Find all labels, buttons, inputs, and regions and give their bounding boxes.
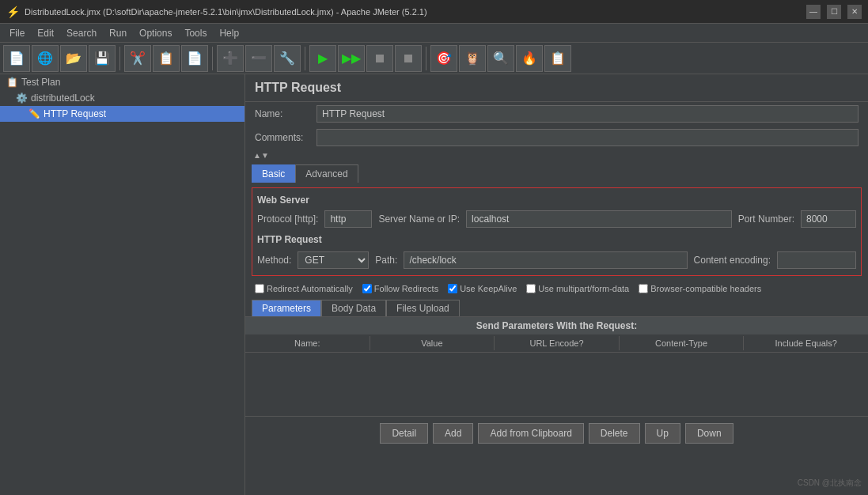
server-label: Server Name or IP: — [378, 213, 460, 225]
title-text: DistributedLock.jmx (D:\softDir\apache-j… — [25, 7, 806, 17]
toolbar-save[interactable]: 💾 — [89, 45, 116, 72]
menu-help[interactable]: Help — [213, 26, 245, 40]
path-label: Path: — [375, 255, 397, 266]
toolbar-log[interactable]: 🦉 — [459, 45, 486, 72]
comments-row: Comments: — [245, 126, 868, 149]
menu-tools[interactable]: Tools — [178, 26, 213, 40]
redirect-auto-checkbox[interactable]: Redirect Automatically — [255, 284, 353, 293]
toolbar-new[interactable]: 📄 — [3, 45, 30, 72]
browser-compat-input[interactable] — [639, 284, 648, 293]
toolbar-remove[interactable]: ➖ — [245, 45, 272, 72]
params-body — [245, 353, 868, 416]
comments-label: Comments: — [255, 132, 310, 143]
maximize-button[interactable]: ☐ — [827, 5, 841, 19]
follow-redirects-input[interactable] — [362, 284, 372, 293]
tab-advanced[interactable]: Advanced — [295, 164, 358, 183]
toolbar-copy[interactable]: 📋 — [153, 45, 180, 72]
toolbar-clear[interactable]: 🔥 — [516, 45, 543, 72]
col-url-encode: URL Encode? — [495, 336, 620, 350]
test-plan-label: Test Plan — [21, 77, 60, 88]
follow-redirects-checkbox[interactable]: Follow Redirects — [362, 284, 438, 293]
toolbar: 📄 🌐 📂 💾 ✂️ 📋 📄 ➕ ➖ 🔧 ▶ ▶▶ ⏹ ⏹ 🎯 🦉 🔍 🔥 📋 — [0, 43, 868, 74]
name-input[interactable] — [316, 105, 859, 123]
config-section: Web Server Protocol [http]: Server Name … — [252, 187, 862, 276]
menu-file[interactable]: File — [3, 26, 31, 40]
method-select[interactable]: GET POST PUT DELETE PATCH HEAD OPTIONS — [298, 251, 369, 269]
method-label: Method: — [257, 255, 291, 266]
toolbar-add[interactable]: ➕ — [217, 45, 244, 72]
menu-options[interactable]: Options — [133, 26, 178, 40]
port-input[interactable] — [801, 210, 856, 228]
toolbar-search[interactable]: 🔍 — [487, 45, 514, 72]
add-button[interactable]: Add — [433, 423, 473, 444]
up-button[interactable]: Up — [645, 423, 680, 444]
toolbar-sep-4 — [426, 47, 426, 70]
collapse-arrow[interactable]: ▲▼ — [245, 149, 868, 161]
main-tabs: Basic Advanced — [245, 161, 868, 183]
add-from-clipboard-button[interactable]: Add from Clipboard — [478, 423, 583, 444]
multipart-input[interactable] — [526, 284, 536, 293]
http-request-tree-icon: ✏️ — [28, 108, 40, 119]
checkbox-row: Redirect Automatically Follow Redirects … — [245, 281, 868, 297]
keepalive-label: Use KeepAlive — [460, 284, 517, 293]
title-bar: ⚡ DistributedLock.jmx (D:\softDir\apache… — [0, 0, 868, 24]
toolbar-report[interactable]: 📋 — [544, 45, 571, 72]
protocol-label: Protocol [http]: — [257, 213, 318, 225]
toolbar-run[interactable]: ▶ — [309, 45, 336, 72]
toolbar-settings[interactable]: 🔧 — [274, 45, 301, 72]
encoding-input[interactable] — [777, 251, 856, 269]
web-server-title: Web Server — [257, 193, 856, 209]
toolbar-paste[interactable]: 📄 — [181, 45, 208, 72]
distributed-lock-icon: ⚙️ — [16, 93, 28, 104]
toolbar-remote[interactable]: 🎯 — [430, 45, 457, 72]
toolbar-sep-2 — [212, 47, 213, 70]
close-button[interactable]: ✕ — [847, 5, 862, 19]
toolbar-cut[interactable]: ✂️ — [124, 45, 151, 72]
comments-input[interactable] — [316, 129, 859, 146]
tab-parameters[interactable]: Parameters — [252, 300, 321, 316]
multipart-checkbox[interactable]: Use multipart/form-data — [526, 284, 629, 293]
delete-button[interactable]: Delete — [589, 423, 640, 444]
tree-item-http-request[interactable]: ✏️ HTTP Request — [0, 106, 244, 122]
toolbar-open[interactable]: 📂 — [60, 45, 87, 72]
server-input[interactable] — [466, 210, 732, 228]
toolbar-shutdown[interactable]: ⏹ — [395, 45, 422, 72]
browser-compat-label: Browser-compatible headers — [650, 284, 761, 293]
keepalive-checkbox[interactable]: Use KeepAlive — [448, 284, 517, 293]
redirect-auto-input[interactable] — [255, 284, 264, 293]
name-row: Name: — [245, 102, 868, 126]
menu-bar: File Edit Search Run Options Tools Help — [0, 24, 868, 43]
col-name: Name: — [245, 336, 370, 350]
toolbar-sep-1 — [119, 47, 120, 70]
window-controls: — ☐ ✕ — [806, 5, 862, 19]
left-panel: 📋 Test Plan ⚙️ distributedLock ✏️ HTTP R… — [0, 74, 245, 495]
tree-item-distributed-lock[interactable]: ⚙️ distributedLock — [0, 90, 244, 106]
down-button[interactable]: Down — [685, 423, 733, 444]
tree-item-test-plan[interactable]: 📋 Test Plan — [0, 74, 244, 90]
protocol-input[interactable] — [324, 210, 372, 228]
http-request-row: Method: GET POST PUT DELETE PATCH HEAD O… — [257, 248, 856, 270]
params-tabs: Parameters Body Data Files Upload — [245, 297, 868, 317]
toolbar-stop[interactable]: ⏹ — [366, 45, 393, 72]
redirect-auto-label: Redirect Automatically — [267, 284, 353, 293]
menu-run[interactable]: Run — [103, 26, 133, 40]
menu-search[interactable]: Search — [60, 26, 103, 40]
minimize-button[interactable]: — — [806, 5, 821, 19]
tab-files-upload[interactable]: Files Upload — [386, 300, 460, 316]
col-value: Value — [370, 336, 495, 350]
browser-compat-checkbox[interactable]: Browser-compatible headers — [639, 284, 761, 293]
watermark: CSDN @北执南念 — [798, 478, 862, 489]
keepalive-input[interactable] — [448, 284, 457, 293]
port-label: Port Number: — [738, 213, 794, 225]
toolbar-run-all[interactable]: ▶▶ — [338, 45, 365, 72]
app-icon: ⚡ — [6, 6, 20, 18]
panel-title: HTTP Request — [245, 74, 868, 102]
menu-edit[interactable]: Edit — [31, 26, 60, 40]
tab-body-data[interactable]: Body Data — [321, 300, 386, 316]
http-request-section-title: HTTP Request — [257, 229, 856, 248]
detail-button[interactable]: Detail — [380, 423, 428, 444]
path-input[interactable] — [404, 251, 687, 269]
toolbar-template[interactable]: 🌐 — [32, 45, 59, 72]
multipart-label: Use multipart/form-data — [538, 284, 629, 293]
tab-basic[interactable]: Basic — [252, 164, 295, 183]
